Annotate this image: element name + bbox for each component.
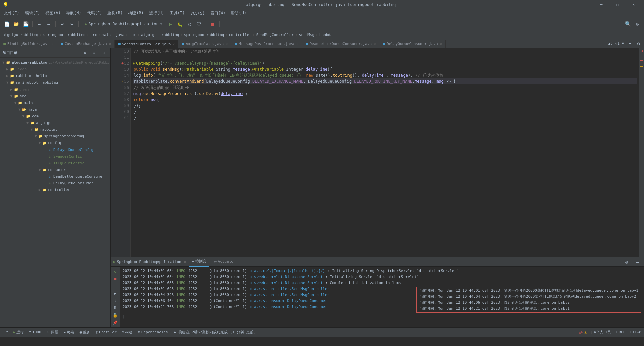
tree-delayedqueueconfig[interactable]: ▶ ☕ DelayedQueueConfig [0,146,110,153]
tree-deadletter-consumer[interactable]: ▶ ☕ DeadLetterQueueConsumer [0,173,110,180]
problems-btn[interactable]: ⚠ 问题 [45,329,60,335]
tree-com[interactable]: ▼ 📁 com [0,113,110,119]
tree-rabbitmq-hello[interactable]: ▶ 📁 rabbitmq-hello [0,72,110,79]
menu-view[interactable]: 视图(V) [43,9,63,17]
clear-btn[interactable]: 🗑 [112,304,119,311]
bc-controller[interactable]: controller [229,33,251,37]
bc-method[interactable]: sendMsg [299,33,314,37]
toolbar-stop-btn[interactable]: ■ [209,20,217,28]
bc-com[interactable]: com [129,33,136,37]
step-btn[interactable]: ↓ [112,297,119,304]
code-area[interactable]: // 开始发消息（基于插件的）：消息+延迟时间 @GetMapping("/"+… [131,48,639,257]
toolbar-back[interactable]: ← [35,20,43,28]
build-btn[interactable]: ⊕ 构建 [120,329,135,335]
stop-btn[interactable]: ■ [112,275,119,282]
tree-src[interactable]: ▼ 📁 src [0,93,110,99]
crlf-btn[interactable]: CRLF [616,330,626,334]
profiler-btn[interactable]: ◎ Profiler [94,329,119,335]
dependencies-btn[interactable]: ⊞ Dependencies [136,329,170,335]
todo-btn[interactable]: ≡ TODO [27,329,43,335]
run-hide-btn[interactable]: – [633,258,641,266]
tree-consumer[interactable]: ▼ 📁 consumer [0,166,110,173]
tab-close[interactable]: ✕ [52,42,54,46]
tab-customexchange[interactable]: CustomExchange.java ✕ [57,40,115,48]
tab-close[interactable]: ✕ [173,42,175,46]
maximize-btn[interactable]: □ [610,0,625,9]
bc-class[interactable]: SendMsgController [256,33,294,37]
menu-vcs[interactable]: VCS(S) [187,10,207,17]
tree-swaggerconfig[interactable]: ▶ ☕ SwaggerConfig [0,153,110,160]
toolbar-settings[interactable]: ⚙ [633,20,641,28]
menu-refactor[interactable]: 重构(R) [105,9,125,17]
encoding-btn[interactable]: UTF-8 [630,330,641,334]
log-area[interactable]: 2023-06-12 10:44:01.684 INFO 4252 --- [n… [120,267,644,327]
bc-module[interactable]: springboot-rabbitmq [43,33,86,37]
menu-navigate[interactable]: 导航(N) [63,9,84,17]
tab-delayconsumer[interactable]: DelayQueueConsumer.java ✕ [379,40,445,48]
toolbar-new[interactable]: 📄 [3,20,11,28]
scroll-lock-btn[interactable]: 🔒 [112,312,119,319]
tab-gear-btn[interactable]: ⚙ [635,40,643,48]
menu-code[interactable]: 代码(C) [84,9,105,17]
bc-src[interactable]: src [90,33,97,37]
git-icon[interactable]: ⎇ [3,329,10,335]
tab-close[interactable]: ✕ [297,42,299,46]
project-sort-btn[interactable]: ≡ [90,49,98,57]
tree-java[interactable]: ▼ 📂 java [0,106,110,113]
tab-messagepostprocessor[interactable]: MessagePostProcessor.java ✕ [231,40,302,48]
tree-rabbitmq-pkg[interactable]: ▼ 📁 rabbitmq [0,126,110,133]
bc-atguigu[interactable]: atguigu [141,33,156,37]
tree-atguigu[interactable]: ▼ 📁 atguigu [0,119,110,126]
bc-rabbitmq[interactable]: rabbitmq [161,33,179,37]
tab-sendmsgcontroller[interactable]: SendMsgController.java ✕ [115,40,179,48]
menu-help[interactable]: 帮助(H) [228,9,249,17]
tree-root[interactable]: ▼ 📁 atguigu-rabbitmq E:\WorkData\IdeaPro… [0,59,110,66]
tab-close[interactable]: ✕ [440,42,442,46]
menu-tools[interactable]: 工具(T) [167,9,188,17]
tree-idea[interactable]: ▶ 📁 .idea [0,66,110,72]
toolbar-search-everywhere[interactable]: 🔍 [624,20,632,28]
menu-build[interactable]: 构建(B) [125,9,146,17]
toolbar-undo[interactable]: ↩ [58,20,66,28]
toolbar-forward[interactable]: → [45,20,53,28]
tree-springbootrabbitmq[interactable]: ▼ 📁 springbootrabbitmq [0,133,110,139]
menu-edit[interactable]: 编辑(E) [22,9,43,17]
tab-amqptemplate[interactable]: AmqpTemplate.java ✕ [178,40,231,48]
tab-overflow-btn[interactable]: ▾ [626,40,634,48]
line-col-btn[interactable]: 4个人 1列 [594,330,611,335]
tree-delay-consumer[interactable]: ▶ ☕ DelayQueueConsumer [0,180,110,186]
toolbar-debug-btn[interactable]: 🐛 [176,20,184,28]
run-config-selector[interactable]: ▶ SpringbootRabbitmqApplication ▾ [82,20,165,28]
tree-config[interactable]: ▼ 📁 config [0,139,110,146]
run-tab-actuator[interactable]: ◎ Actuator [212,257,238,267]
run-settings-btn[interactable]: ⚙ [623,258,631,266]
tree-main[interactable]: ▼ 📁 main [0,99,110,106]
close-btn[interactable]: ✕ [626,0,641,9]
bc-java[interactable]: java [116,33,125,37]
minimize-btn[interactable]: ─ [594,0,609,9]
bc-project[interactable]: atguigu-rabbitmq [3,33,38,37]
toolbar-coverage-btn[interactable]: 🛡 [195,20,203,28]
terminal-btn[interactable]: ▪ 终端 [62,329,76,335]
error-warning-count[interactable]: △6 ▲1 [579,330,589,334]
pin-btn[interactable]: 📌 [112,319,119,326]
toolbar-profile-btn[interactable]: ◎ [185,20,194,28]
services-btn[interactable]: ◉ 服务 [78,329,93,335]
toolbar-open[interactable]: 📁 [12,20,20,28]
menu-file[interactable]: 文件(F) [1,9,22,17]
toolbar-run-btn[interactable]: ▶ [167,20,175,28]
pause-btn[interactable]: ⏸ [112,283,119,289]
toolbar-save[interactable]: 💾 [21,20,30,28]
project-collapse-btn[interactable]: ◂ [100,49,108,57]
menu-run[interactable]: 运行(U) [146,9,167,17]
bc-lambda[interactable]: Lambda [319,33,333,37]
tab-close[interactable]: ✕ [109,42,111,46]
tab-bindingbuilder[interactable]: BindingBuilder.java ✕ [0,40,57,48]
bc-springboot[interactable]: springbootrabbitmq [184,33,224,37]
tree-mvn[interactable]: ▶ 📁 .mvn [0,86,110,93]
tab-close[interactable]: ✕ [226,42,228,46]
toolbar-redo[interactable]: ↪ [68,20,76,28]
run-tab-console[interactable]: ≡ 控制台 [189,257,209,267]
run-status-btn[interactable]: ▶ 运行 [11,329,26,335]
tree-springboot-rabbitmq[interactable]: ▼ 📁 springboot-rabbitmq [0,79,110,86]
